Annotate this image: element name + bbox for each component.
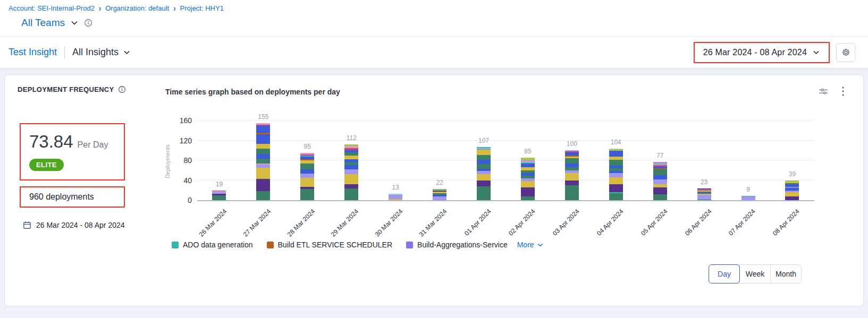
legend-more-link[interactable]: More [517, 240, 544, 249]
stacked-bar-06 Apr 2024[interactable] [697, 188, 711, 200]
bar-cell: 95 [285, 122, 330, 200]
x-tick-cell: 05 Apr 2024 [638, 201, 682, 239]
stacked-bar-29 Mar 2024[interactable] [344, 144, 358, 200]
bar-segment [477, 164, 491, 169]
breadcrumb-link[interactable]: Account: SEI-Internal-Prod2 [9, 4, 95, 12]
stacked-bar-05 Apr 2024[interactable] [653, 162, 667, 200]
bar-segment [565, 181, 579, 185]
bar-segment [477, 150, 491, 154]
stacked-bar-04 Apr 2024[interactable] [609, 149, 623, 201]
settings-button[interactable] [836, 43, 855, 62]
bar-segment [477, 186, 491, 200]
breadcrumb-separator: › [99, 4, 101, 13]
total-deployments: 960 deployments [29, 192, 94, 201]
bar-segment [477, 181, 491, 186]
stats-panel: DEPLOYMENT FREQUENCY 73.84 Per Day ELITE… [18, 85, 165, 298]
granularity-week-button[interactable]: Week [739, 264, 771, 283]
breadcrumb-link[interactable]: Project: HHY1 [180, 4, 224, 12]
stacked-bar-08 Apr 2024[interactable] [785, 181, 799, 200]
granularity-toggle: DayWeekMonth [709, 264, 802, 283]
granularity-day-button[interactable]: Day [709, 264, 740, 283]
legend-swatch [406, 242, 413, 248]
stacked-bar-30 Mar 2024[interactable] [389, 194, 402, 200]
x-axis-tick: 07 Apr 2024 [727, 208, 757, 237]
bar-segment [477, 160, 491, 164]
bar-cell: 9 [726, 122, 770, 200]
stacked-bar-31 Mar 2024[interactable] [433, 189, 446, 200]
widget-menu-button[interactable] [841, 85, 845, 97]
bar-segment [609, 177, 623, 184]
kebab-menu-icon [842, 87, 844, 96]
chevron-down-icon [123, 48, 131, 56]
x-tick-cell: 07 Apr 2024 [726, 201, 770, 239]
insight-scope-label: All Insights [72, 47, 119, 58]
stacked-bar-28 Mar 2024[interactable] [300, 153, 314, 200]
bar-segment [389, 199, 402, 200]
date-range-selector[interactable]: 26 Mar 2024 - 08 Apr 2024 [703, 48, 807, 57]
x-tick-cell: 26 Mar 2024 [197, 201, 241, 239]
stacked-bar-27 Mar 2024[interactable] [256, 123, 270, 200]
bar-segment [653, 179, 667, 184]
bar-segment [653, 175, 667, 179]
bar-segment [256, 159, 270, 163]
legend-item[interactable]: Build ETL SERVICE SCHEDULER [267, 240, 393, 249]
bar-value-label: 13 [392, 184, 399, 191]
granularity-month-button[interactable]: Month [770, 264, 802, 283]
deployment-rate-value: 73.84 [29, 132, 73, 152]
x-tick-cell: 29 Mar 2024 [330, 201, 374, 239]
y-axis-tick: 40 [171, 176, 192, 185]
bar-segment [256, 149, 270, 153]
chevron-down-icon[interactable] [812, 48, 820, 56]
team-selector[interactable]: All Teams [21, 17, 65, 29]
legend-swatch [267, 242, 274, 248]
info-icon[interactable] [84, 19, 92, 27]
x-tick-cell: 06 Apr 2024 [682, 201, 726, 239]
bar-cell: 155 [241, 122, 285, 200]
breadcrumb-separator: › [173, 4, 175, 13]
bar-segment [609, 193, 623, 200]
insight-name-link[interactable]: Test Insight [9, 47, 57, 58]
bar-value-label: 107 [478, 137, 489, 144]
bar-cell: 100 [550, 122, 594, 200]
stacked-bar-03 Apr 2024[interactable] [565, 150, 579, 200]
info-icon[interactable] [118, 85, 126, 93]
bar-segment [565, 164, 579, 168]
stacked-bar-02 Apr 2024[interactable] [521, 158, 535, 200]
main-content: DEPLOYMENT FREQUENCY 73.84 Per Day ELITE… [0, 69, 868, 318]
chevron-down-icon[interactable] [70, 19, 79, 27]
legend-item[interactable]: Build-Aggregations-Service [406, 240, 508, 249]
bar-segment [256, 126, 270, 133]
gear-icon [841, 48, 850, 57]
x-axis-tick: 30 Mar 2024 [374, 208, 404, 238]
deployment-rate-unit: Per Day [78, 140, 108, 150]
deployment-frequency-widget: DEPLOYMENT FREQUENCY 73.84 Per Day ELITE… [4, 74, 864, 306]
legend-item[interactable]: ADO data generation [172, 240, 253, 249]
bar-segment [653, 194, 667, 200]
x-tick-cell: 31 Mar 2024 [418, 201, 462, 239]
legend-swatch [172, 242, 179, 248]
bar-segment [300, 189, 314, 200]
x-axis-tick: 08 Apr 2024 [771, 208, 801, 237]
chevron-down-icon [537, 242, 544, 248]
insight-header: Test Insight All Insights 26 Mar 2024 - … [0, 37, 868, 69]
bar-segment [697, 195, 711, 200]
stacked-bar-07 Apr 2024[interactable] [741, 196, 755, 201]
bar-cell: 77 [638, 122, 682, 200]
stacked-bar-01 Apr 2024[interactable] [477, 147, 491, 200]
x-axis-tick: 27 Mar 2024 [241, 208, 272, 238]
x-axis-tick: 05 Apr 2024 [639, 208, 669, 237]
divider [64, 46, 65, 59]
chart-title: Time series graph based on deployments p… [165, 88, 340, 96]
bar-value-label: 23 [701, 178, 707, 186]
insight-scope-dropdown[interactable]: All Insights [72, 47, 131, 58]
bar-segment [300, 164, 314, 169]
stacked-bar-26 Mar 2024[interactable] [212, 191, 226, 200]
filter-settings-button[interactable] [818, 86, 829, 97]
x-axis-tick: 31 Mar 2024 [418, 208, 449, 238]
bar-segment [344, 184, 358, 188]
bar-segment [300, 178, 314, 187]
bar-segment [344, 169, 358, 174]
bar-value-label: 77 [656, 152, 663, 159]
x-tick-cell: 28 Mar 2024 [285, 201, 330, 239]
breadcrumb-link[interactable]: Organization: default [105, 4, 169, 12]
